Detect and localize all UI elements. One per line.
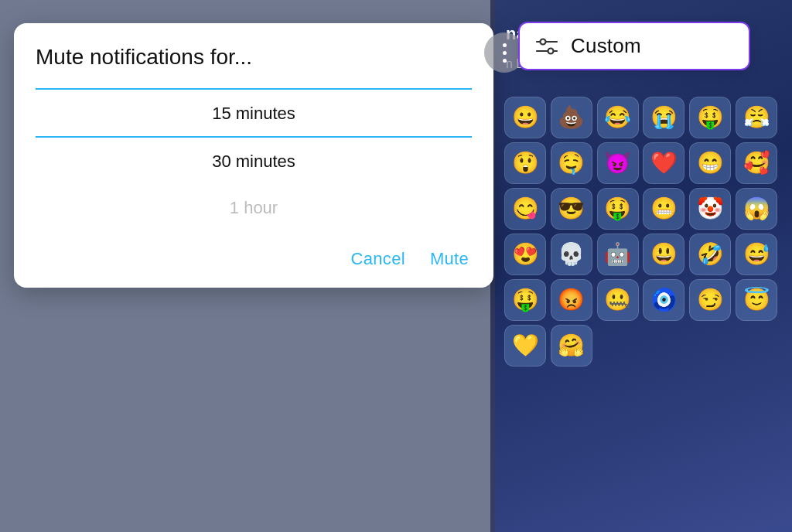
time-label-1hour: 1 hour [36, 184, 472, 230]
custom-label: Custom [571, 34, 641, 58]
dot-3 [503, 59, 507, 63]
dot-1 [503, 43, 507, 47]
emoji-cell: 🤑 [504, 279, 546, 321]
emoji-cell: 😁 [689, 142, 731, 184]
svg-point-3 [548, 48, 554, 53]
emoji-cell: 🤗 [551, 325, 592, 367]
three-dots-icon [503, 43, 507, 63]
time-options-list: 15 minutes 30 minutes 1 hour [14, 88, 493, 230]
time-label-30min: 30 minutes [36, 138, 472, 184]
svg-point-1 [541, 39, 546, 44]
emoji-cell: 🤡 [689, 188, 731, 230]
time-option-1hour[interactable]: 1 hour [14, 184, 493, 230]
time-label-15min: 15 minutes [36, 90, 472, 136]
emoji-cell: 😲 [504, 142, 546, 184]
emoji-cell: 😱 [736, 188, 777, 230]
emoji-cell: 🤖 [597, 234, 639, 275]
sliders-icon [535, 36, 558, 56]
emoji-background: nated Emoji Packs, Gift n Emoji Platform… [490, 0, 792, 532]
mute-button[interactable]: Mute [430, 249, 469, 269]
dot-2 [503, 51, 507, 55]
dialog-actions: Cancel Mute [14, 230, 493, 288]
emoji-cell: 😈 [597, 142, 639, 184]
time-option-30min[interactable]: 30 minutes [14, 138, 493, 184]
cancel-button[interactable]: Cancel [351, 249, 405, 269]
emoji-cell: 😃 [643, 234, 684, 275]
mute-dialog: Mute notifications for... 15 minutes 30 … [14, 23, 493, 288]
emoji-cell: 😇 [736, 279, 777, 321]
emoji-cell: 😂 [597, 97, 639, 138]
emoji-cell: 😤 [736, 97, 777, 138]
emoji-cell: 😍 [504, 234, 546, 275]
emoji-cell: 💀 [551, 234, 592, 275]
emoji-cell: 🤑 [689, 97, 731, 138]
emoji-cell: 🧿 [643, 279, 684, 321]
emoji-cell: 😀 [504, 97, 546, 138]
emoji-cell: 😏 [689, 279, 731, 321]
emoji-cell: 🥰 [736, 142, 777, 184]
emoji-cell: 😅 [736, 234, 777, 275]
emoji-cell: 😎 [551, 188, 592, 230]
emoji-cell: 🤤 [551, 142, 592, 184]
emoji-cell: 😋 [504, 188, 546, 230]
dialog-title: Mute notifications for... [14, 45, 493, 88]
emoji-cell: 🤑 [597, 188, 639, 230]
custom-button[interactable]: Custom [518, 22, 750, 70]
emoji-cell: ❤️ [643, 142, 684, 184]
emoji-cell: 😡 [551, 279, 592, 321]
emoji-cell: 💩 [551, 97, 592, 138]
time-option-15min[interactable]: 15 minutes [14, 90, 493, 136]
emoji-grid: 😀💩😂😭🤑😤😲🤤😈❤️😁🥰😋😎🤑😬🤡😱😍💀🤖😃🤣😅🤑😡🤐🧿😏😇💛🤗 [498, 90, 784, 373]
emoji-cell: 😬 [643, 188, 684, 230]
emoji-cell: 🤣 [689, 234, 731, 275]
emoji-cell: 💛 [504, 325, 546, 367]
emoji-cell: 😭 [643, 97, 684, 138]
emoji-cell: 🤐 [597, 279, 639, 321]
